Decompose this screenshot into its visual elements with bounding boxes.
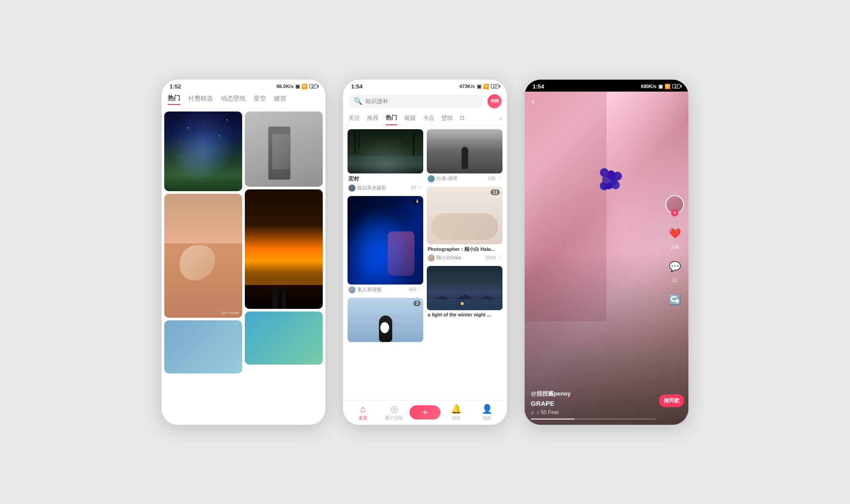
progress-fill	[531, 419, 575, 419]
list-item[interactable]	[245, 112, 323, 187]
tab2-follow[interactable]: 关注	[348, 112, 360, 125]
status-icons-3: 680K/s ▣ 🛜 27	[641, 84, 680, 89]
status-bar-3: 1:54 680K/s ▣ 🛜 27	[525, 80, 688, 92]
like-count: 87 ♡	[411, 185, 422, 191]
phone2-tabs: 关注 推荐 热门 视频 卡点 壁纸 O ›	[343, 111, 507, 126]
share-button[interactable]: ↪️	[665, 291, 684, 309]
music-info: ♪ ♪ 50 Feet	[531, 409, 656, 416]
circle-icon: ◎	[390, 404, 398, 414]
list-item[interactable]: 3	[348, 298, 423, 342]
list-item[interactable]: a light of the winter night ...	[427, 266, 502, 320]
phone-1: 1:52 86.0K/s ▣ 🛜 27 热门 付费精选 动态壁纸 星空 建筑	[162, 80, 325, 425]
phone-3: 1:54 680K/s ▣ 🛜 27 ‹ + ❤️ 376 �	[525, 80, 688, 425]
status-bar-1: 1:52 86.0K/s ▣ 🛜 27	[162, 80, 325, 92]
nav-circle[interactable]: ◎ 圈子活动	[379, 404, 410, 421]
status-icons-1: 86.0K/s ▣ 🛜 27	[276, 84, 317, 89]
phone-2: 1:54 473K/s ▣ 🛜 27 🔍 供精 关注 推荐 热门 视频 卡点 壁…	[343, 80, 507, 425]
search-area: 🔍 供精	[343, 92, 507, 111]
card-author-4: 顾小白Hala 5049 ♡	[428, 254, 502, 262]
tab2-kadot[interactable]: 卡点	[423, 112, 434, 125]
tab-building[interactable]: 建筑	[274, 95, 286, 104]
nav-mine[interactable]: 👤 我的	[471, 404, 502, 421]
music-name: ♪ 50 Feet	[537, 409, 559, 416]
card-title-4: Photographer：顾小白 Hala...	[428, 246, 502, 253]
tab2-hot[interactable]: 热门	[386, 111, 397, 125]
list-item[interactable]	[164, 320, 242, 373]
speed-2: 473K/s	[460, 84, 475, 89]
nav-message-label: 消息	[452, 415, 460, 421]
wifi-icon-3: 🛜	[665, 84, 671, 89]
tab2-video[interactable]: 视频	[404, 112, 416, 125]
creator-avatar[interactable]: +	[665, 195, 684, 214]
card-author: 陈喆风光摄影 87 ♡	[348, 185, 422, 192]
mine-icon: 👤	[482, 404, 493, 414]
tab2-recommend[interactable]: 推荐	[367, 112, 379, 125]
tab-hot[interactable]: 热门	[168, 94, 180, 105]
tab2-wallpaper[interactable]: 壁纸	[441, 112, 453, 125]
search-icon: 🔍	[354, 97, 363, 105]
follow-plus-icon: +	[671, 209, 678, 216]
heart-icon: ❤️	[665, 224, 684, 243]
battery-3: 27	[672, 84, 680, 88]
status-bar-2: 1:54 473K/s ▣ 🛜 27	[343, 80, 507, 92]
time-2: 1:54	[351, 83, 363, 90]
video-overlay	[525, 80, 688, 425]
phone1-grid: Tom Porter	[162, 109, 325, 410]
wifi-icon-2: 🛜	[483, 84, 489, 89]
search-bar[interactable]: 🔍	[348, 94, 484, 108]
gongji-badge[interactable]: 供精	[487, 94, 502, 108]
time-1: 1:52	[170, 83, 181, 90]
card-author-2: 素人和谐版 466 ♡	[348, 286, 422, 293]
video-info: @捏捏酱penoy GRAPE ♪ ♪ 50 Feet	[525, 385, 662, 425]
nav-home-label: 首页	[359, 415, 367, 421]
list-item[interactable]: 行者-强哥 185 ♡	[427, 129, 502, 183]
nav-mine-label: 我的	[483, 415, 491, 421]
card-title: 宏村	[348, 175, 422, 183]
list-item[interactable]: 11 Photographer：顾小白 Hala... 顾小白Hala 5049…	[427, 187, 502, 262]
card-author-3: 行者-强哥 185 ♡	[428, 175, 502, 182]
tab2-other[interactable]: O	[460, 112, 464, 124]
nav-home[interactable]: ⌂ 首页	[348, 404, 379, 421]
like-count-4: 5049 ♡	[485, 255, 502, 261]
list-item[interactable]: Tom Porter	[164, 194, 242, 318]
username: @捏捏酱penoy	[531, 390, 656, 398]
like-count-3: 185 ♡	[488, 176, 502, 181]
tab-paid[interactable]: 付费精选	[188, 95, 213, 104]
photo-count-badge: 4	[413, 199, 421, 204]
avatar-4	[428, 254, 435, 262]
music-icon: ♪	[531, 409, 534, 416]
video-bg	[525, 80, 688, 425]
watermark: Tom Porter	[220, 311, 240, 315]
list-item[interactable]	[245, 189, 323, 309]
penguin-count-badge: 3	[413, 300, 421, 306]
nav-plus-button[interactable]: +	[410, 405, 440, 419]
share-icon: ↪️	[665, 291, 684, 309]
comment-button[interactable]: 💬 11	[665, 258, 684, 283]
speed-1: 86.0K/s	[276, 84, 294, 89]
search-input[interactable]	[365, 98, 479, 104]
signal-icon: ▣	[295, 84, 300, 89]
avatar	[348, 185, 355, 192]
back-button[interactable]: ‹	[532, 96, 535, 107]
bottom-nav: ⌂ 首页 ◎ 圈子活动 + 🔔 消息 👤 我的	[343, 400, 507, 425]
list-item[interactable]	[164, 112, 242, 191]
like-count-2: 466 ♡	[409, 287, 422, 292]
zuotonk-button[interactable]: 做同款	[659, 394, 684, 407]
tab-dynamic[interactable]: 动态壁纸	[221, 95, 246, 104]
video-title: GRAPE	[531, 400, 656, 407]
list-item[interactable]: 4 素人和谐版 466 ♡	[348, 196, 423, 294]
like-count: 376	[671, 244, 679, 250]
more-arrow-icon[interactable]: ›	[499, 115, 502, 122]
bed-count-badge: 11	[491, 189, 500, 195]
list-item[interactable]: 宏村 陈喆风光摄影 87 ♡	[348, 129, 423, 192]
status-icons-2: 473K/s ▣ 🛜 27	[460, 84, 499, 89]
list-item[interactable]	[245, 312, 323, 365]
like-button[interactable]: ❤️ 376	[665, 224, 684, 250]
tab-star[interactable]: 星空	[254, 95, 266, 104]
progress-bar[interactable]	[531, 419, 656, 419]
time-3: 1:54	[533, 83, 544, 90]
home-icon: ⌂	[360, 404, 366, 414]
signal-icon-2: ▣	[477, 84, 481, 89]
nav-message[interactable]: 🔔 消息	[440, 404, 471, 421]
action-bar: + ❤️ 376 💬 11 ↪️	[665, 195, 684, 309]
